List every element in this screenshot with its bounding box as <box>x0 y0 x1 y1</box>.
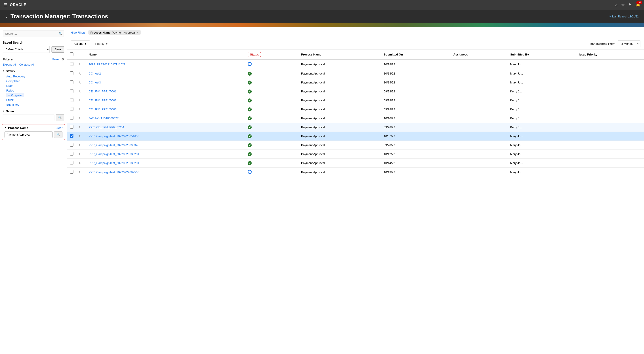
row-refresh-icon[interactable]: ↻ <box>79 143 82 147</box>
hide-filters-button[interactable]: Hide Filters <box>71 31 86 34</box>
chip-close-button[interactable]: × <box>137 31 138 34</box>
transaction-name-link[interactable]: CE_JPM_PPR_TC02 <box>89 99 116 102</box>
transactions-table: Name Status Process Name Submitted On As… <box>67 50 644 177</box>
transaction-name-link[interactable]: PPR_CampaignTest_20220929080201 <box>89 161 139 165</box>
transaction-name-link[interactable]: CC_test3 <box>89 81 101 84</box>
row-status-cell: ✓ <box>245 141 298 150</box>
transaction-name-link[interactable]: CE_JPM_PPR_TC03 <box>89 108 116 111</box>
failed-link[interactable]: Failed <box>6 89 14 92</box>
table-row: ↻ CE_JPM_PPR_TC03 ✓ Payment Approval 09/… <box>67 105 644 114</box>
hamburger-menu[interactable]: ☰ <box>4 2 7 7</box>
row-refresh-icon[interactable]: ↻ <box>79 99 82 102</box>
row-refresh-icon[interactable]: ↻ <box>79 171 82 174</box>
row-refresh-icon[interactable]: ↻ <box>79 72 82 75</box>
search-input[interactable] <box>3 30 64 37</box>
status-chevron-icon: ∧ <box>3 70 4 72</box>
row-refresh-cell: ↻ <box>76 141 86 150</box>
gear-icon[interactable]: ⚙ <box>61 57 64 61</box>
row-checkbox[interactable] <box>70 80 74 84</box>
transaction-name-link[interactable]: CC_test2 <box>89 72 101 75</box>
row-refresh-cell: ↻ <box>76 96 86 105</box>
actions-button[interactable]: Actions ▼ <box>71 40 90 47</box>
row-checkbox[interactable] <box>70 161 74 164</box>
status-completed-icon: ✓ <box>248 98 252 102</box>
transaction-name-link[interactable]: PPR_CampaignTest_20220928054633 <box>89 134 139 138</box>
row-checkbox[interactable] <box>70 89 74 93</box>
status-completed-icon: ✓ <box>248 107 252 111</box>
row-assignees-cell <box>451 114 508 123</box>
row-refresh-icon[interactable]: ↻ <box>79 63 82 66</box>
row-checkbox[interactable] <box>70 71 74 75</box>
row-submitted-on-cell: 10/14/22 <box>381 78 451 87</box>
row-issue-priority-cell <box>576 96 644 105</box>
transaction-name-link[interactable]: PPR: CE_JPM_PPR_TC04 <box>89 125 124 129</box>
row-submitted-by-cell: Kerry J... <box>508 96 576 105</box>
row-issue-priority-cell <box>576 159 644 168</box>
transaction-name-link[interactable]: PPR_CampaignTest_20220929080201 <box>89 152 139 156</box>
status-header-badge: Status <box>248 52 261 57</box>
name-search-button[interactable]: 🔍 <box>56 114 64 121</box>
submitted-link[interactable]: Submitted <box>6 103 20 106</box>
row-submitted-on-cell: 09/28/22 <box>381 141 451 150</box>
row-refresh-icon[interactable]: ↻ <box>79 81 82 84</box>
transaction-name-link[interactable]: PPR_CampaignTest_20220929082506 <box>89 171 139 174</box>
transaction-name-link[interactable]: JATHWHT1010000427 <box>89 117 118 120</box>
process-name-column-header: Process Name <box>298 50 381 59</box>
process-name-clear-button[interactable]: Clear <box>56 126 62 130</box>
row-checkbox[interactable] <box>70 62 74 66</box>
select-all-checkbox[interactable] <box>70 52 74 56</box>
row-checkbox[interactable] <box>70 134 74 138</box>
row-submitted-on-cell: 10/10/22 <box>381 114 451 123</box>
completed-link[interactable]: Completed <box>6 79 20 83</box>
priority-button[interactable]: Priority ▼ <box>93 41 111 47</box>
row-refresh-icon[interactable]: ↻ <box>79 152 82 156</box>
row-process-name-cell: Payment Approval <box>298 96 381 105</box>
row-checkbox[interactable] <box>70 143 74 147</box>
row-checkbox[interactable] <box>70 125 74 129</box>
reset-button[interactable]: Reset <box>52 57 60 61</box>
row-refresh-icon[interactable]: ↻ <box>79 134 82 138</box>
months-select[interactable]: 3 Months <box>618 40 640 47</box>
transaction-name-link[interactable]: PPR_CampaignTest_20220928093345 <box>89 143 139 147</box>
row-checkbox[interactable] <box>70 98 74 102</box>
save-button[interactable]: Save <box>52 46 64 52</box>
back-button[interactable]: ‹ <box>5 14 7 19</box>
sidebar-search-section: 🔍 <box>0 27 67 39</box>
stuck-link[interactable]: Stuck <box>6 98 14 102</box>
notification-icon[interactable]: 🔔 106 <box>636 2 640 7</box>
row-refresh-cell: ↻ <box>76 87 86 96</box>
auto-recovery-link[interactable]: Auto Recovery <box>6 75 25 78</box>
transaction-name-link[interactable]: CE_JPM_PPR_TC01 <box>89 90 116 93</box>
row-process-name-cell: Payment Approval <box>298 159 381 168</box>
status-completed-icon: ✓ <box>248 80 252 85</box>
favorites-icon[interactable]: ☆ <box>621 2 625 7</box>
draft-link[interactable]: Draft <box>6 84 12 87</box>
refresh-icon[interactable]: ↻ <box>608 15 611 18</box>
process-name-input[interactable] <box>4 131 52 138</box>
row-issue-priority-cell <box>576 150 644 159</box>
row-refresh-icon[interactable]: ↻ <box>79 117 82 120</box>
row-assignees-cell <box>451 159 508 168</box>
row-checkbox[interactable] <box>70 152 74 156</box>
saved-search-select[interactable]: Default Criteria <box>3 46 50 53</box>
row-checkbox[interactable] <box>70 116 74 120</box>
row-refresh-icon[interactable]: ↻ <box>79 125 82 129</box>
row-refresh-icon[interactable]: ↻ <box>79 108 82 111</box>
name-column-header: Name <box>86 50 245 59</box>
row-checkbox[interactable] <box>70 107 74 111</box>
row-refresh-icon[interactable]: ↻ <box>79 161 82 165</box>
name-filter-input[interactable] <box>3 115 54 121</box>
row-checkbox[interactable] <box>70 170 74 174</box>
row-refresh-icon[interactable]: ↻ <box>79 90 82 93</box>
row-name-cell: 1099_PPR20221017111522 <box>86 59 245 69</box>
transaction-name-link[interactable]: 1099_PPR20221017111522 <box>89 63 126 66</box>
collapse-all-button[interactable]: Collapse All <box>19 63 34 66</box>
row-process-name-cell: Payment Approval <box>298 150 381 159</box>
expand-all-button[interactable]: Expand All <box>3 63 16 66</box>
filters-label: Filters <box>3 57 50 61</box>
status-completed-icon: ✓ <box>248 143 252 147</box>
process-name-search-button[interactable]: 🔍 <box>54 131 62 138</box>
home-icon[interactable]: ⌂ <box>615 3 618 7</box>
in-progress-link[interactable]: In Progress <box>6 93 24 97</box>
flag-icon[interactable]: ⚑ <box>628 2 632 7</box>
